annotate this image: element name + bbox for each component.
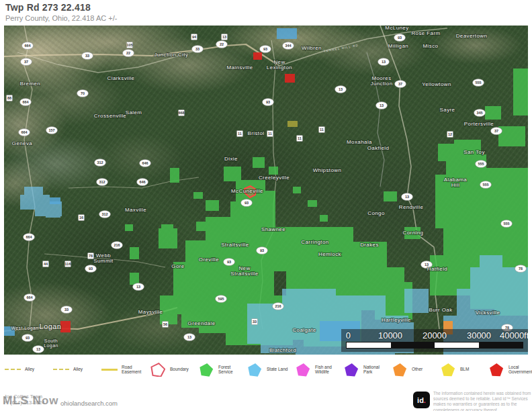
route-shield: 93 bbox=[394, 34, 406, 42]
route-shield: 12 bbox=[447, 132, 453, 138]
route-shield: 344 bbox=[283, 42, 294, 50]
svg-text:37: 37 bbox=[494, 129, 498, 133]
svg-text:88: 88 bbox=[7, 96, 11, 100]
svg-text:37: 37 bbox=[398, 82, 402, 86]
svg-text:93: 93 bbox=[89, 267, 93, 271]
route-shield: 94 bbox=[191, 34, 197, 40]
blm-overlay bbox=[287, 121, 298, 127]
fish-and-wildlife-swatch-icon bbox=[294, 363, 312, 377]
route-shield: 13 bbox=[33, 346, 44, 353]
route-shield: 78 bbox=[88, 253, 94, 259]
legend-item-other: Other bbox=[391, 363, 435, 377]
town-label: West Logan bbox=[11, 326, 38, 331]
route-shield: 22 bbox=[123, 50, 134, 57]
svg-text:78: 78 bbox=[519, 267, 523, 271]
route-shield: 33 bbox=[82, 52, 93, 60]
legend-item-alley-2: Alley bbox=[52, 367, 96, 371]
national-park-swatch-icon bbox=[343, 363, 360, 377]
route-shield: 664 bbox=[19, 129, 30, 136]
svg-text:646: 646 bbox=[139, 180, 145, 184]
legend-item-fish-and-wildlife: Fish and Wildlife bbox=[294, 363, 338, 377]
route-shield: 93 bbox=[22, 334, 34, 342]
town-label: Hartleyville bbox=[382, 317, 411, 323]
svg-text:13: 13 bbox=[222, 35, 226, 39]
legend-label: Alley bbox=[25, 367, 48, 371]
route-shield: 93 bbox=[257, 247, 268, 255]
town-label: Coalgate bbox=[292, 327, 316, 333]
town-label: San Toy bbox=[463, 149, 485, 155]
town-label: Wilbren bbox=[302, 45, 322, 51]
svg-text:93: 93 bbox=[263, 47, 267, 51]
town-label: Bristol bbox=[247, 130, 264, 136]
svg-text:33: 33 bbox=[64, 308, 69, 312]
svg-text:22: 22 bbox=[126, 51, 130, 55]
town-label: Hatfield bbox=[427, 266, 447, 272]
town-label: Moxahala bbox=[347, 139, 372, 145]
svg-text:345: 345 bbox=[476, 111, 482, 115]
svg-text:13: 13 bbox=[339, 87, 343, 91]
route-shield: 93 bbox=[263, 99, 274, 106]
road-line bbox=[4, 44, 279, 66]
town-label: Portersville bbox=[464, 121, 494, 127]
route-shield: 93 bbox=[241, 199, 253, 207]
svg-text:555: 555 bbox=[503, 222, 509, 226]
town-label: Vicksville bbox=[476, 310, 500, 316]
svg-text:312: 312 bbox=[97, 161, 103, 165]
svg-text:312: 312 bbox=[99, 180, 105, 184]
disclaimer: id. The information contained herein was… bbox=[413, 391, 531, 411]
svg-text:93: 93 bbox=[260, 248, 264, 253]
svg-text:668: 668 bbox=[178, 111, 184, 115]
legend-item-alley: Alley bbox=[4, 367, 48, 371]
svg-text:555: 555 bbox=[475, 81, 481, 85]
legend-item-state-land: State Land bbox=[246, 363, 290, 377]
town-label: Maysville bbox=[138, 309, 163, 315]
legend-item-boundary: Boundary bbox=[149, 363, 193, 377]
town-label: Whipstown bbox=[313, 167, 342, 173]
route-shield: 664 bbox=[20, 99, 32, 106]
town-label: Gore bbox=[171, 263, 185, 269]
route-shield: 33 bbox=[61, 306, 73, 314]
legend-label: Forest Service bbox=[218, 365, 241, 375]
route-shield: 555 bbox=[501, 220, 513, 228]
legend-item-local-government: Local Government bbox=[488, 363, 531, 377]
town-label: Crossenville bbox=[94, 113, 127, 119]
local-government-swatch-icon bbox=[488, 363, 505, 377]
svg-text:94: 94 bbox=[192, 35, 197, 39]
svg-text:312: 312 bbox=[101, 212, 107, 216]
town-label: Bremen bbox=[20, 81, 40, 87]
blm-swatch-icon bbox=[439, 363, 457, 377]
svg-text:37: 37 bbox=[24, 60, 28, 64]
legend-item-national-park: National Park bbox=[343, 363, 386, 377]
route-shield: 555 bbox=[480, 181, 492, 189]
svg-text:44: 44 bbox=[44, 262, 48, 266]
svg-text:116: 116 bbox=[65, 262, 71, 266]
route-shield: 13 bbox=[376, 102, 388, 109]
town-label: Oakfield bbox=[367, 145, 390, 151]
town-label: Junction City bbox=[154, 52, 189, 58]
road-easement-swatch-icon bbox=[101, 369, 118, 371]
route-shield: 37 bbox=[21, 58, 32, 66]
town-label: Logan bbox=[40, 322, 62, 330]
other-swatch-icon bbox=[391, 363, 408, 377]
map-canvas[interactable]: 6643733221057015788664664943313229334413… bbox=[4, 26, 528, 355]
svg-text:664: 664 bbox=[22, 100, 29, 104]
svg-text:157: 157 bbox=[48, 128, 54, 132]
town-label: Sayre bbox=[440, 107, 455, 113]
town-label: Blatchford bbox=[269, 347, 296, 353]
route-shield: 105 bbox=[126, 42, 132, 48]
route-shield: 13 bbox=[378, 58, 390, 66]
town-label: Oreville bbox=[199, 257, 219, 263]
town-label: Rendville bbox=[399, 204, 424, 210]
town-label: Burr Oak bbox=[429, 307, 453, 313]
legend-item-forest-service: Forest Service bbox=[197, 363, 241, 377]
svg-text:13: 13 bbox=[187, 335, 191, 339]
svg-text:93: 93 bbox=[227, 260, 231, 264]
route-shield: 70 bbox=[77, 90, 89, 97]
route-shield: 93 bbox=[260, 46, 271, 53]
ohiolandsearch-link[interactable]: ohiolandsearch.com bbox=[60, 400, 118, 407]
road-line bbox=[367, 52, 384, 187]
scale-label: 10000 bbox=[378, 330, 402, 340]
svg-text:555: 555 bbox=[478, 162, 484, 166]
svg-text:664: 664 bbox=[24, 44, 31, 48]
page: Twp Rd 273 22.418 Perry County, Ohio, 22… bbox=[0, 0, 532, 411]
